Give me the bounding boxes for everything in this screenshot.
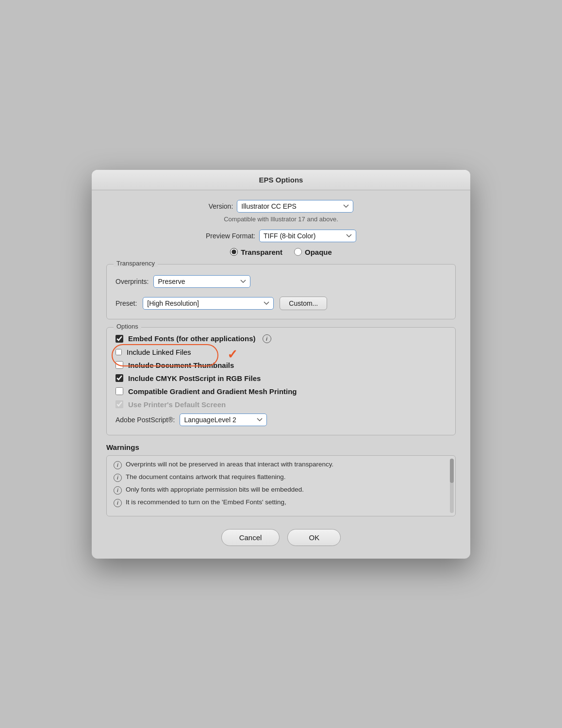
dialog-title: EPS Options bbox=[92, 170, 470, 190]
include-cmyk-row: Include CMYK PostScript in RGB Files bbox=[116, 374, 446, 382]
overprints-label: Overprints: bbox=[116, 278, 149, 285]
include-linked-checkbox[interactable] bbox=[116, 349, 122, 355]
include-cmyk-checkbox[interactable] bbox=[116, 374, 123, 382]
checkmark-annotation: ✓ bbox=[227, 347, 238, 362]
embed-fonts-info-icon: i bbox=[263, 334, 271, 343]
warnings-box: i Overprints will not be preserved in ar… bbox=[106, 455, 456, 516]
preset-label: Preset: bbox=[116, 299, 137, 307]
include-linked-label: Include Linked Files bbox=[127, 348, 191, 356]
warning-text-3: It is recommended to turn on the 'Embed … bbox=[126, 498, 286, 506]
include-thumbnails-row: Include Document Thumbnails bbox=[116, 361, 446, 369]
preset-select[interactable]: [High Resolution] [Medium Resolution] [L… bbox=[143, 297, 274, 310]
options-group: Options Embed Fonts (for other applicati… bbox=[106, 327, 456, 435]
embed-fonts-label: Embed Fonts (for other applications) bbox=[128, 334, 256, 343]
compatible-gradient-row: Compatible Gradient and Gradient Mesh Pr… bbox=[116, 387, 446, 396]
warning-info-icon-1: i bbox=[114, 474, 122, 482]
transparent-option[interactable]: Transparent bbox=[230, 248, 282, 256]
warning-info-icon-2: i bbox=[114, 486, 122, 495]
transparency-group-title: Transparency bbox=[114, 260, 158, 267]
include-thumbnails-checkbox[interactable] bbox=[116, 361, 123, 369]
printer-default-label: Use Printer's Default Screen bbox=[128, 400, 226, 409]
scrollbar[interactable] bbox=[450, 459, 454, 513]
printer-default-checkbox bbox=[116, 400, 123, 408]
warning-text-1: The document contains artwork that requi… bbox=[126, 473, 285, 480]
warning-item-1: i The document contains artwork that req… bbox=[114, 473, 448, 482]
include-cmyk-label: Include CMYK PostScript in RGB Files bbox=[128, 374, 261, 382]
ok-button[interactable]: OK bbox=[287, 529, 341, 546]
opaque-label: Opaque bbox=[305, 248, 332, 256]
include-thumbnails-label: Include Document Thumbnails bbox=[128, 361, 234, 369]
warning-item-0: i Overprints will not be preserved in ar… bbox=[114, 461, 448, 469]
warning-item-2: i Only fonts with appropriate permission… bbox=[114, 486, 448, 495]
opaque-option[interactable]: Opaque bbox=[294, 248, 332, 256]
embed-fonts-row: Embed Fonts (for other applications) i bbox=[116, 334, 446, 343]
custom-button[interactable]: Custom... bbox=[280, 297, 327, 310]
printer-default-row: Use Printer's Default Screen bbox=[116, 400, 446, 409]
transparency-mode-row: Transparent Opaque bbox=[106, 248, 456, 256]
warning-item-3: i It is recommended to turn on the 'Embe… bbox=[114, 498, 448, 507]
include-linked-row: Include Linked Files ✓ bbox=[116, 348, 446, 356]
transparent-label: Transparent bbox=[241, 248, 282, 256]
postscript-label: Adobe PostScript®: bbox=[116, 416, 175, 424]
warning-info-icon-0: i bbox=[114, 461, 122, 469]
warning-text-0: Overprints will not be preserved in area… bbox=[126, 461, 333, 468]
version-label: Version: bbox=[209, 202, 233, 210]
transparent-radio[interactable] bbox=[230, 248, 238, 256]
overprints-select[interactable]: Preserve Discard Simulate bbox=[153, 275, 250, 288]
options-group-title: Options bbox=[114, 323, 141, 330]
warning-info-icon-3: i bbox=[114, 499, 122, 507]
postscript-row: Adobe PostScript®: LanguageLevel 2 Langu… bbox=[116, 414, 446, 426]
compatible-gradient-label: Compatible Gradient and Gradient Mesh Pr… bbox=[128, 387, 297, 396]
warnings-section: Warnings i Overprints will not be preser… bbox=[106, 443, 456, 516]
postscript-select[interactable]: LanguageLevel 2 LanguageLevel 3 bbox=[180, 414, 267, 426]
opaque-radio[interactable] bbox=[294, 248, 302, 256]
button-row: Cancel OK bbox=[106, 524, 456, 549]
cancel-button[interactable]: Cancel bbox=[221, 529, 280, 546]
version-select[interactable]: Illustrator CC EPS Illustrator CS6 EPS I… bbox=[237, 200, 353, 213]
preview-label: Preview Format: bbox=[206, 232, 255, 240]
eps-options-dialog: EPS Options Version: Illustrator CC EPS … bbox=[92, 170, 470, 559]
transparency-group: Transparency Overprints: Preserve Discar… bbox=[106, 264, 456, 319]
warning-text-2: Only fonts with appropriate permission b… bbox=[126, 486, 304, 493]
embed-fonts-checkbox[interactable] bbox=[116, 335, 123, 343]
warnings-title: Warnings bbox=[106, 443, 456, 451]
scrollbar-thumb[interactable] bbox=[450, 459, 454, 483]
preview-select[interactable]: TIFF (8-bit Color) TIFF (8-bit Grayscale… bbox=[259, 230, 356, 242]
compatible-gradient-checkbox[interactable] bbox=[116, 387, 123, 395]
compatible-text: Compatible with Illustrator 17 and above… bbox=[106, 215, 456, 223]
